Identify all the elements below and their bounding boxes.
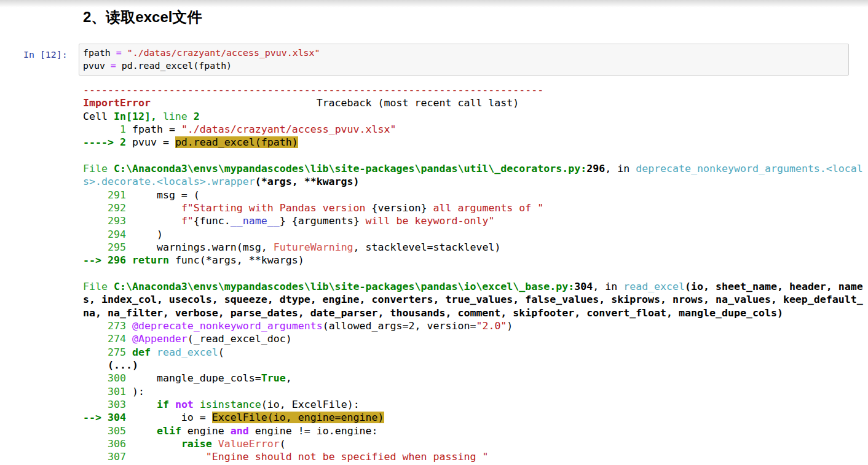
code-token: "2.0" [476,320,507,332]
code-line: 300 mangle_dupe_cols=True, [83,372,868,385]
code-token [122,47,127,58]
code-token: pd.read_excel(fpath) [116,60,232,71]
code-line: File C:\Anaconda3\envs\mypandascodes\lib… [83,280,868,319]
code-token: f"Starting with Pandas version [181,202,372,214]
code-line: fpath = "./datas/crazyant/access_pvuv.xl… [83,47,845,60]
code-token: 304 [574,281,593,292]
code-token: 301 [83,386,132,397]
code-token: "Engine should not be specified when pas… [206,451,489,463]
code-token: 273 [83,320,132,332]
code-token: 305 [83,425,126,437]
code-token: ImportError [83,97,151,109]
code-token: engine [181,425,231,437]
code-token: pvuv = [132,136,175,148]
code-token: (allowed_args=2, version= [323,320,476,332]
code-token: 300 [83,372,126,384]
code-token: C:\Anaconda3\envs\mypandascodes\lib\site… [114,281,574,292]
code-token: 293 [83,215,126,227]
code-token: ) [126,229,163,240]
code-token: --> 296 [83,254,132,266]
code-line: 274 @Appender(_read_excel_doc) [83,332,868,345]
code-token [126,202,181,214]
code-line: 301 ): [83,385,868,398]
code-token: @deprecate_nonkeyword_arguments [132,320,323,332]
code-token: (_read_excel_doc) [187,333,292,345]
code-token: 292 [83,202,126,214]
code-token: Cell [83,111,114,122]
code-token: fpath = [132,123,181,135]
code-line: 291 msg = ( [83,189,868,201]
code-token: 306 [83,438,126,450]
code-token [126,451,206,463]
code-token: True [261,372,286,384]
section-heading: 2、读取excel文件 [83,7,202,27]
code-token: } {arguments} [280,215,360,227]
code-token: "./datas/crazyant/access_pvuv.xlsx" [127,47,320,58]
input-editor[interactable]: fpath = "./datas/crazyant/access_pvuv.xl… [79,44,849,76]
input-code[interactable]: fpath = "./datas/crazyant/access_pvuv.xl… [83,47,845,72]
code-token: = [111,60,116,71]
code-line: 294 ) [83,228,868,241]
code-token [194,399,200,410]
code-token: In[12], [114,111,157,122]
code-token: 294 [83,229,126,240]
code-token: ) [507,320,513,332]
code-token: func(*args, **kwargs) [169,254,304,266]
code-token: Traceback (most recent call last) [151,97,519,109]
code-token: ): [132,386,144,397]
code-line: 293 f"{func.__name__} {arguments} will b… [83,214,868,227]
input-prompt: In [12]: [23,49,68,61]
code-token: , in [593,281,623,292]
error-traceback-output: ----------------------------------------… [83,84,868,465]
code-line: --> 304 io = ExcelFile(io, engine=engine… [83,411,868,424]
code-token: io = [126,412,212,423]
code-line: --> 296 return func(*args, **kwargs) [83,254,868,267]
code-token: File [83,281,114,292]
code-token: ----------------------------------------… [83,84,543,96]
code-token: 291 [83,189,126,201]
code-line: 292 f"Starting with Pandas version {vers… [83,201,868,214]
code-token: , in [605,163,636,174]
code-token: ( [280,438,286,450]
code-line: File C:\Anaconda3\envs\mypandascodes\lib… [83,162,868,189]
code-token [151,346,157,358]
code-line: 303 if not isinstance(io, ExcelFile): [83,398,868,411]
code-token: "./datas/crazyant/access_pvuv.xlsx" [181,123,397,135]
code-token: pvuv [83,60,111,71]
code-token: 303 [83,399,126,410]
code-line: 1 fpath = "./datas/crazyant/access_pvuv.… [83,123,868,136]
code-token: isinstance [200,399,261,410]
code-token [212,438,218,450]
code-line: (...) [83,359,868,372]
code-line: ----------------------------------------… [83,84,868,96]
code-token: if [157,399,169,410]
code-token: def [132,346,151,358]
code-token: 274 [83,333,132,345]
code-token: will be keyword-only" [360,215,495,227]
code-token [126,425,157,437]
code-line: 295 warnings.warn(msg, FutureWarning, st… [83,241,868,254]
code-token: fpath [83,47,116,58]
code-token: 307 [83,451,126,463]
code-line: 305 elif engine and engine != io.engine: [83,424,868,437]
code-token: not [175,399,194,410]
code-token: ValueError [218,438,280,450]
code-token: ( [218,346,224,358]
code-token: (*args, **kwargs) [255,176,360,187]
code-token: , stacklevel=stacklevel) [353,241,501,253]
code-token: FutureWarning [274,241,353,253]
code-token: warnings.warn(msg, [126,241,274,253]
code-token: (...) [83,359,138,371]
code-token: (io, ExcelFile): [261,399,360,410]
toolbar-shadow [0,0,868,7]
code-token: all arguments of " [427,202,544,214]
code-token: 1 [83,123,132,135]
code-token: read_excel [157,346,218,358]
code-token: read_excel [623,281,685,292]
code-token: and [231,425,249,437]
code-token: raise [181,438,212,450]
code-token: {version} [372,202,427,214]
code-line: Cell In[12], line 2 [83,110,868,123]
code-token: elif [157,425,181,437]
code-token: 295 [83,241,126,253]
